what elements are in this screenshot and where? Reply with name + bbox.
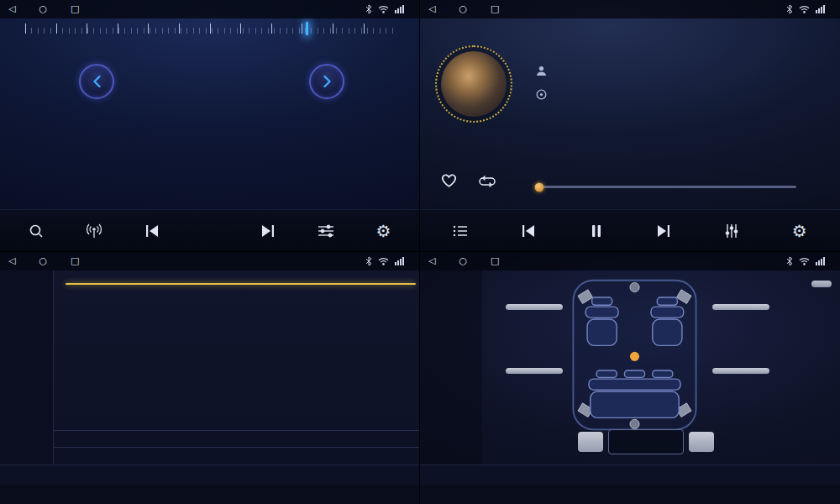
- signal-icon: [816, 257, 826, 265]
- next-station-button[interactable]: [254, 214, 282, 248]
- eq-tab-bar: [0, 465, 419, 485]
- artist-icon: [536, 66, 547, 76]
- home-icon[interactable]: ○: [39, 252, 47, 270]
- home-icon[interactable]: ○: [459, 0, 467, 18]
- surround-sound-screen: ◁ ○ □: [420, 252, 840, 504]
- next-track-button[interactable]: [649, 214, 678, 248]
- wifi-icon: [799, 257, 810, 265]
- center-speaker-icon: [630, 282, 639, 291]
- recents-icon[interactable]: □: [71, 0, 79, 18]
- mixer-vertical-icon: [724, 223, 739, 239]
- settings-button[interactable]: ⚙: [370, 214, 398, 248]
- settings-button[interactable]: ⚙: [785, 214, 814, 248]
- album-art-image: [441, 51, 507, 117]
- previous-station-button[interactable]: [138, 214, 166, 248]
- home-icon[interactable]: ○: [39, 0, 47, 18]
- sound-profile-button[interactable]: [811, 281, 832, 287]
- antenna-icon: [86, 223, 102, 239]
- delay-increase-button[interactable]: [578, 432, 603, 452]
- repeat-button[interactable]: [477, 176, 497, 187]
- wifi-icon: [378, 5, 389, 13]
- back-icon[interactable]: ◁: [428, 0, 435, 18]
- progress-knob[interactable]: [535, 182, 544, 192]
- music-player-screen: ◁ ○ □: [420, 0, 840, 252]
- progress-bar[interactable]: [539, 186, 796, 188]
- fc-row: [54, 430, 419, 447]
- signal-icon: [816, 5, 826, 13]
- tune-up-button[interactable]: [309, 64, 344, 99]
- tune-down-button[interactable]: [79, 64, 114, 99]
- back-icon[interactable]: ◁: [8, 252, 15, 270]
- broadcast-button[interactable]: [80, 214, 108, 248]
- skip-next-icon: [656, 224, 671, 238]
- back-icon[interactable]: ◁: [8, 0, 15, 18]
- back-icon[interactable]: ◁: [428, 252, 435, 270]
- eq-tab-icons: [0, 485, 419, 504]
- subwoofer-icon: [630, 419, 639, 428]
- album-art: [435, 45, 512, 123]
- front-left-delay[interactable]: [506, 304, 563, 310]
- rear-left-delay[interactable]: [506, 368, 563, 374]
- signal-icon: [395, 257, 405, 265]
- skip-previous-icon: [521, 224, 536, 238]
- previous-track-button[interactable]: [514, 214, 543, 248]
- recents-icon[interactable]: □: [491, 252, 499, 270]
- chevron-left-icon: [92, 75, 102, 88]
- radio-screen: ◁ ○ □: [0, 0, 420, 252]
- car-diagram: [553, 277, 717, 433]
- artist-row: [536, 66, 554, 76]
- listening-position-dot: [630, 352, 639, 361]
- eq-sliders: [71, 301, 417, 425]
- q-row: [54, 447, 419, 465]
- wifi-icon: [378, 257, 389, 265]
- skip-next-icon: [260, 224, 276, 238]
- audio-visualizer: [645, 50, 833, 141]
- eq-main: [54, 270, 419, 465]
- gear-icon: ⚙: [376, 223, 391, 239]
- status-bar: ◁ ○ □: [420, 252, 840, 270]
- playlist-button[interactable]: [446, 214, 475, 248]
- player-toolbar: ⚙: [420, 209, 840, 251]
- favorite-button[interactable]: [440, 172, 458, 188]
- equalizer-button[interactable]: [717, 214, 746, 248]
- signal-icon: [395, 5, 405, 13]
- chevron-right-icon: [323, 75, 332, 88]
- ruler-major-ticks: [25, 24, 394, 34]
- eq-curve: [66, 283, 416, 285]
- mixer-horizontal-icon: [318, 224, 334, 238]
- surround-mode-list: [420, 270, 482, 465]
- scan-button[interactable]: [22, 214, 50, 248]
- equalizer-screen: ◁ ○ □: [0, 252, 420, 504]
- frequency-ruler[interactable]: [0, 20, 419, 54]
- gear-icon: ⚙: [792, 223, 807, 239]
- bluetooth-icon: [365, 4, 372, 14]
- skip-previous-icon: [144, 224, 160, 238]
- disc-icon: [536, 89, 547, 100]
- playlist-icon: [453, 225, 468, 237]
- front-right-delay[interactable]: [712, 304, 769, 310]
- audio-settings-button[interactable]: [312, 214, 340, 248]
- status-bar: ◁ ○ □: [420, 0, 840, 18]
- surround-tab-bar: [420, 465, 840, 485]
- delay-decrease-button[interactable]: [689, 432, 714, 452]
- surround-tab-icons: [420, 485, 840, 504]
- bluetooth-icon: [786, 4, 793, 14]
- recents-icon[interactable]: □: [71, 252, 79, 270]
- status-bar: ◁ ○ □: [0, 252, 419, 270]
- heart-icon: [440, 172, 458, 188]
- band-button[interactable]: [196, 214, 224, 248]
- recents-icon[interactable]: □: [491, 0, 499, 18]
- head-unit-composite: ◁ ○ □: [0, 0, 840, 504]
- home-icon[interactable]: ○: [459, 252, 467, 270]
- repeat-icon: [477, 176, 497, 187]
- pause-icon: [591, 224, 602, 238]
- rear-right-delay[interactable]: [712, 368, 769, 374]
- current-frequency-marker: [306, 22, 308, 35]
- bluetooth-icon: [365, 256, 372, 266]
- delay-adjust-value: [608, 429, 684, 454]
- status-bar: ◁ ○ □: [0, 0, 419, 18]
- wifi-icon: [799, 5, 810, 13]
- bluetooth-icon: [786, 256, 793, 266]
- track-row: [536, 89, 554, 100]
- pause-button[interactable]: [582, 214, 611, 248]
